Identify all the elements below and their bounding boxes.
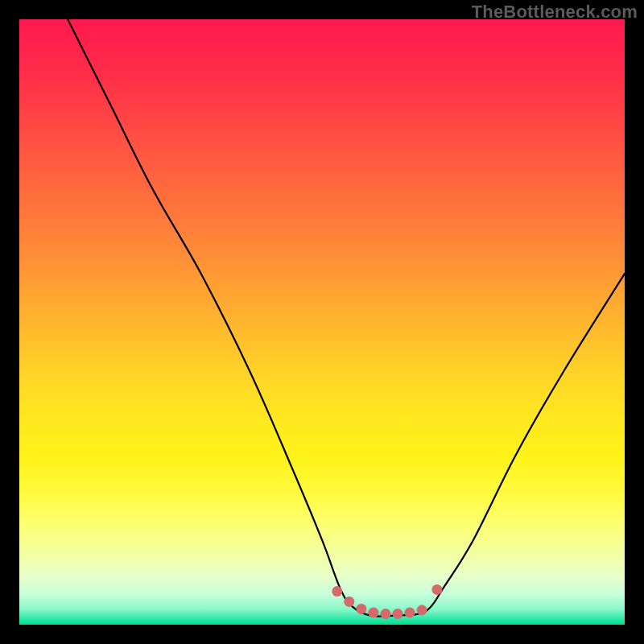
- flat-region-dot: [405, 608, 415, 618]
- watermark-text: TheBottleneck.com: [472, 2, 638, 23]
- chart-frame: TheBottleneck.com: [0, 0, 644, 644]
- bottleneck-curve-svg: [19, 19, 625, 625]
- flat-region-markers: [332, 584, 442, 619]
- flat-region-dot: [344, 597, 354, 607]
- flat-region-dot: [368, 608, 378, 618]
- bottleneck-curve-path: [68, 19, 625, 617]
- curve-layer: [68, 19, 625, 617]
- flat-region-dot: [332, 586, 342, 597]
- bottleneck-gradient-plot: [19, 19, 625, 625]
- flat-region-dot: [356, 604, 366, 614]
- flat-region-dot: [431, 584, 442, 595]
- flat-region-dot: [417, 605, 427, 616]
- flat-region-dot: [381, 609, 391, 619]
- flat-region-dot: [393, 609, 403, 619]
